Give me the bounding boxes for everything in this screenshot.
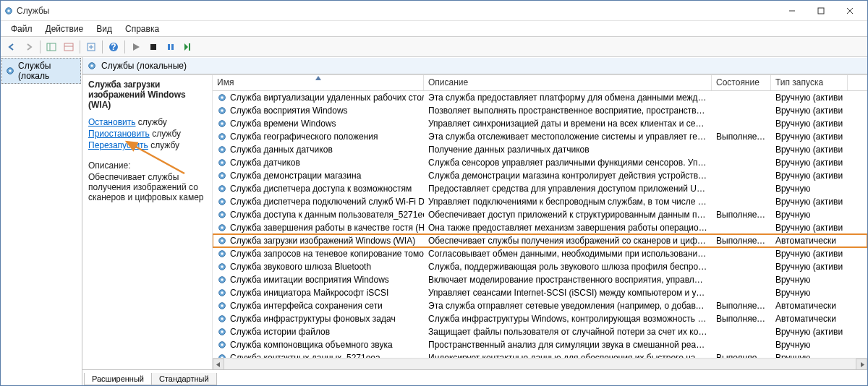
- cell-startup: Вручную (активи: [771, 132, 848, 142]
- table-row[interactable]: Служба датчиковСлужба сенсоров управляет…: [213, 156, 867, 169]
- table-row[interactable]: Служба инициатора Майкрософт iSCSIУправл…: [213, 286, 867, 299]
- table-row[interactable]: Служба восприятия WindowsПозволяет выпол…: [213, 104, 867, 117]
- tab-standard[interactable]: Стандартный: [151, 373, 217, 385]
- svg-point-29: [221, 122, 224, 125]
- table-row[interactable]: Служба загрузки изображений Windows (WIA…: [213, 234, 867, 247]
- cell-name: Служба демонстрации магазина: [213, 171, 424, 181]
- start-button[interactable]: [128, 39, 144, 55]
- cell-state: Выполняется: [712, 236, 771, 246]
- svg-point-35: [221, 161, 224, 164]
- toolbar: ?: [1, 37, 867, 57]
- cell-startup: Вручную (активи: [771, 145, 848, 155]
- restart-service-link[interactable]: Перезапустить службу: [88, 140, 206, 150]
- table-row[interactable]: Служба диспетчера подключений служб Wi-F…: [213, 195, 867, 208]
- tab-extended[interactable]: Расширенный: [84, 373, 152, 385]
- table-row[interactable]: Служба демонстрации магазинаСлужба демон…: [213, 169, 867, 182]
- col-header-name[interactable]: Имя: [213, 75, 424, 90]
- svg-point-59: [221, 317, 224, 320]
- svg-point-1: [7, 9, 10, 12]
- cell-name: Служба интерфейса сохранения сети: [213, 301, 424, 311]
- menu-help[interactable]: Справка: [119, 22, 165, 36]
- svg-point-25: [221, 96, 224, 99]
- restart-button[interactable]: [180, 39, 196, 55]
- cell-name: Служба инфраструктуры фоновых задач: [213, 314, 424, 324]
- svg-point-47: [221, 239, 224, 242]
- cell-description: Управляет синхронизацией даты и времени …: [424, 119, 712, 129]
- cell-state: Выполняется: [712, 210, 771, 220]
- cell-description: Служба демонстрации магазина контролируе…: [424, 171, 712, 181]
- maximize-button[interactable]: [807, 1, 835, 20]
- cell-name: Служба датчиков: [213, 158, 424, 168]
- table-row[interactable]: Служба доступа к данным пользователя_527…: [213, 208, 867, 221]
- col-header-description[interactable]: Описание: [424, 75, 712, 90]
- cell-startup: Вручную (активи: [771, 223, 848, 233]
- description-text: Обеспечивает службы получения изображени…: [88, 172, 206, 202]
- cell-description: Эта служба предоставляет платформу для о…: [424, 93, 712, 103]
- cell-startup: Вручную (активи: [771, 327, 848, 337]
- services-icon: [87, 61, 97, 71]
- col-header-state[interactable]: Состояние: [712, 75, 771, 90]
- cell-startup: Автоматически: [771, 301, 848, 311]
- cell-description: Согласовывает обмен данными, необходимым…: [424, 249, 712, 259]
- table-row[interactable]: Служба данных датчиковПолучение данных р…: [213, 143, 867, 156]
- cell-startup: Вручную: [771, 184, 848, 194]
- cell-startup: Вручную: [771, 288, 848, 298]
- view-tabs: Расширенный Стандартный: [82, 369, 867, 385]
- cell-description: Она также предоставляет механизм заверше…: [424, 223, 712, 233]
- table-row[interactable]: Служба контактных данных_5271eeaИндексир…: [213, 351, 867, 358]
- col-header-startup[interactable]: Тип запуска: [771, 75, 848, 90]
- svg-rect-18: [189, 43, 190, 51]
- pause-button[interactable]: [163, 39, 179, 55]
- cell-name: Служба завершения работы в качестве гост…: [213, 223, 424, 233]
- cell-name: Служба звукового шлюза Bluetooth: [213, 262, 424, 272]
- scroll-right-button[interactable]: [856, 359, 867, 369]
- svg-point-37: [221, 174, 224, 177]
- table-row[interactable]: Служба времени WindowsУправляет синхрони…: [213, 117, 867, 130]
- back-button[interactable]: [4, 39, 20, 55]
- table-row[interactable]: Служба компоновщика объемного звукаПрост…: [213, 338, 867, 351]
- toolbar-separator: [102, 40, 103, 53]
- menubar: Файл Действие Вид Справка: [1, 21, 867, 37]
- svg-rect-6: [47, 43, 56, 51]
- table-row[interactable]: Служба географического положенияЭта служ…: [213, 130, 867, 143]
- tree-root-node[interactable]: Службы (локаль: [1, 58, 81, 84]
- cell-description: Позволяет выполнять пространственное вос…: [424, 106, 712, 116]
- stop-service-link[interactable]: Остановить службу: [88, 117, 206, 127]
- rows-container: Служба виртуализации удаленных рабочих с…: [213, 91, 867, 358]
- stop-button[interactable]: [145, 39, 161, 55]
- table-row[interactable]: Служба запросов на теневое копирование т…: [213, 247, 867, 260]
- cell-state: Выполняется: [712, 314, 771, 324]
- table-row[interactable]: Служба звукового шлюза BluetoothСлужба, …: [213, 260, 867, 273]
- table-row[interactable]: Служба инфраструктуры фоновых задачСлужб…: [213, 312, 867, 325]
- cell-description: Управляет сеансами Internet-SCSI (iSCSI)…: [424, 288, 712, 298]
- cell-description: Предоставляет средства для управления до…: [424, 184, 712, 194]
- table-row[interactable]: Служба имитации восприятия WindowsВключа…: [213, 273, 867, 286]
- cell-name: Служба географического положения: [213, 132, 424, 142]
- table-row[interactable]: Служба завершения работы в качестве гост…: [213, 221, 867, 234]
- pause-service-link[interactable]: Приостановить службу: [88, 129, 206, 139]
- table-row[interactable]: Служба истории файловЗащищает файлы поль…: [213, 325, 867, 338]
- minimize-button[interactable]: [778, 1, 807, 20]
- close-button[interactable]: [835, 1, 864, 20]
- cell-description: Получение данных различных датчиков: [424, 145, 712, 155]
- horizontal-scrollbar[interactable]: [213, 358, 867, 369]
- services-list: Имя Описание Состояние Тип запуска Служб…: [213, 75, 867, 369]
- table-row[interactable]: Служба диспетчера доступа к возможностям…: [213, 182, 867, 195]
- show-hide-tree-button[interactable]: [43, 39, 59, 55]
- table-row[interactable]: Служба интерфейса сохранения сетиЭта слу…: [213, 299, 867, 312]
- help-button[interactable]: ?: [106, 39, 122, 55]
- table-row[interactable]: Служба виртуализации удаленных рабочих с…: [213, 91, 867, 104]
- menu-view[interactable]: Вид: [90, 22, 118, 36]
- svg-marker-23: [315, 76, 321, 80]
- detail-view-button[interactable]: [61, 39, 77, 55]
- forward-button[interactable]: [21, 39, 37, 55]
- svg-rect-3: [818, 8, 824, 14]
- menu-action[interactable]: Действие: [40, 22, 90, 36]
- cell-description: Служба инфраструктуры Windows, контролир…: [424, 314, 712, 324]
- selected-service-name: Служба загрузки изображений Windows (WIA…: [88, 80, 206, 110]
- scroll-left-button[interactable]: [213, 359, 224, 369]
- cell-name: Служба данных датчиков: [213, 145, 424, 155]
- menu-file[interactable]: Файл: [5, 22, 38, 36]
- cell-description: Служба сенсоров управляет различными фун…: [424, 158, 712, 168]
- export-button[interactable]: [83, 39, 99, 55]
